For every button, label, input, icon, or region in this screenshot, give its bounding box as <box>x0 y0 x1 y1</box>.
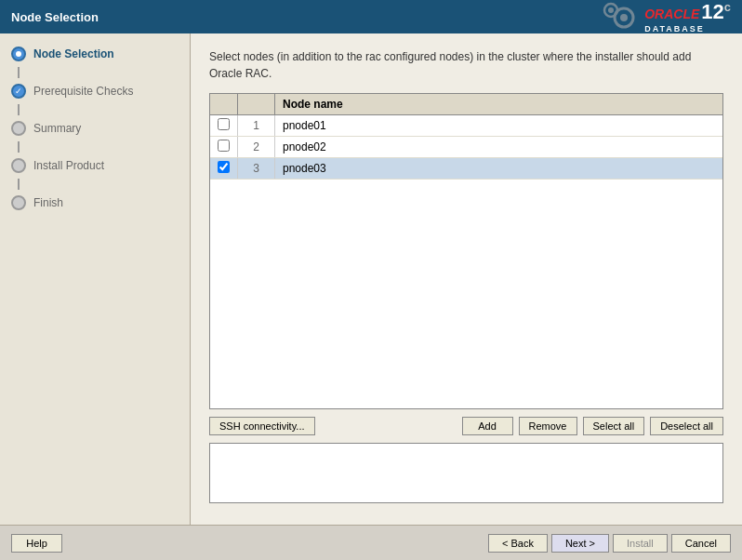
step-indicator-prerequisite <box>11 84 26 99</box>
content-area: Select nodes (in addition to the rac con… <box>191 33 742 525</box>
node-table-container: Node name 1pnode012pnode023pnode03 <box>209 93 723 409</box>
col-number <box>238 94 275 115</box>
next-button[interactable]: Next > <box>551 534 609 553</box>
node-checkbox[interactable] <box>218 161 230 173</box>
step-indicator-finish <box>11 195 26 210</box>
sidebar-item-install-product[interactable]: Install Product <box>0 153 190 179</box>
row-checkbox-cell <box>210 158 238 180</box>
sidebar-label-finish: Finish <box>33 196 63 209</box>
button-row: SSH connectivity... Add Remove Select al… <box>209 417 723 435</box>
back-button[interactable]: < Back <box>488 534 548 553</box>
window-title: Node Selection <box>11 10 99 24</box>
row-number: 2 <box>238 137 275 158</box>
step-indicator-install <box>11 158 26 173</box>
table-row: 2pnode02 <box>210 137 722 158</box>
row-checkbox-cell <box>210 137 238 158</box>
sidebar: Node Selection Prerequisite Checks Summa… <box>0 33 191 525</box>
oracle-version-text: 12c <box>701 0 731 24</box>
step-line-2 <box>18 104 20 115</box>
sidebar-item-finish[interactable]: Finish <box>0 190 190 216</box>
table-row: 3pnode03 <box>210 158 722 180</box>
table-row: 1pnode01 <box>210 115 722 137</box>
svg-point-1 <box>620 14 628 21</box>
row-node-name: pnode03 <box>275 158 723 180</box>
step-indicator-summary <box>11 121 26 136</box>
sidebar-steps: Node Selection Prerequisite Checks Summa… <box>0 41 190 216</box>
info-box <box>209 443 723 503</box>
sidebar-label-node-selection: Node Selection <box>33 47 114 60</box>
row-node-name: pnode01 <box>275 115 723 137</box>
install-button[interactable]: Install <box>613 534 668 553</box>
row-number: 1 <box>238 115 275 137</box>
gear-decoration-icon <box>592 1 637 33</box>
remove-button[interactable]: Remove <box>519 417 577 435</box>
btn-right-group: Add Remove Select all Deselect all <box>462 417 723 435</box>
step-line-1 <box>18 67 20 78</box>
row-number: 3 <box>238 158 275 180</box>
step-line-3 <box>18 141 20 153</box>
col-node-name: Node name <box>275 94 723 115</box>
node-table: Node name 1pnode012pnode023pnode03 <box>210 94 722 180</box>
btn-left-group: SSH connectivity... <box>209 417 315 435</box>
step-indicator-node-selection <box>11 47 26 61</box>
sidebar-label-prerequisite: Prerequisite Checks <box>33 85 133 98</box>
sidebar-label-summary: Summary <box>33 122 81 135</box>
footer: Help < Back Next > Install Cancel <box>0 525 742 560</box>
content-description: Select nodes (in addition to the rac con… <box>209 48 723 82</box>
sidebar-item-node-selection[interactable]: Node Selection <box>0 41 190 67</box>
main-content: Node Selection Prerequisite Checks Summa… <box>0 33 742 525</box>
sidebar-label-install: Install Product <box>33 159 104 172</box>
title-bar: Node Selection ORA <box>0 0 742 33</box>
step-line-4 <box>18 179 20 190</box>
col-checkbox <box>210 94 238 115</box>
main-window: Node Selection ORA <box>0 0 742 560</box>
footer-nav-buttons: < Back Next > Install Cancel <box>488 534 731 553</box>
svg-point-3 <box>608 7 614 13</box>
row-node-name: pnode02 <box>275 137 723 158</box>
sidebar-item-prerequisite-checks[interactable]: Prerequisite Checks <box>0 78 190 104</box>
row-checkbox-cell <box>210 115 238 137</box>
oracle-brand-text: ORACLE <box>644 7 699 21</box>
oracle-product-text: DATABASE <box>644 24 705 33</box>
select-all-button[interactable]: Select all <box>583 417 645 435</box>
ssh-connectivity-button[interactable]: SSH connectivity... <box>209 417 315 435</box>
node-checkbox[interactable] <box>218 140 230 152</box>
cancel-button[interactable]: Cancel <box>671 534 731 553</box>
deselect-all-button[interactable]: Deselect all <box>650 417 723 435</box>
sidebar-item-summary[interactable]: Summary <box>0 115 190 141</box>
oracle-logo: ORACLE 12c DATABASE <box>592 0 731 33</box>
node-checkbox[interactable] <box>218 118 230 130</box>
help-button[interactable]: Help <box>11 534 62 553</box>
add-button[interactable]: Add <box>462 417 513 435</box>
